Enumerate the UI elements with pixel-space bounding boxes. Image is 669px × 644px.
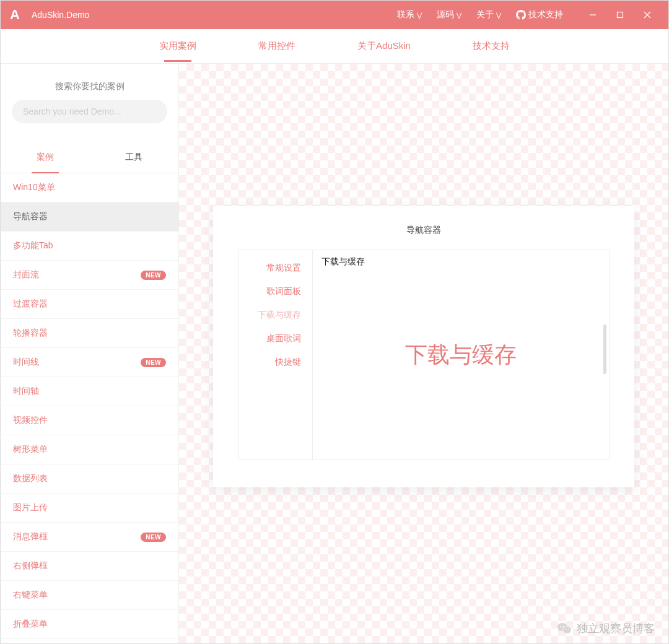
sidebar-tabs: 案例工具 [1, 142, 178, 173]
top-tab[interactable]: 技术支持 [473, 30, 510, 62]
sidebar-tab[interactable]: 案例 [1, 142, 90, 173]
minimize-button[interactable] [579, 1, 606, 29]
sidebar-item-label: Win10菜单 [13, 182, 55, 193]
sidebar-item[interactable]: 导航容器 [1, 202, 178, 232]
sidebar-item-label: 过渡容器 [13, 298, 48, 310]
sidebar-tab[interactable]: 工具 [90, 142, 179, 173]
sidebar-item-label: 轮播容器 [13, 328, 48, 339]
panel-nav-item[interactable]: 歌词面板 [238, 280, 312, 303]
panel-nav-item[interactable]: 下载与缓存 [238, 303, 312, 327]
sidebar-item[interactable]: 消息弹框NEW [1, 523, 178, 552]
support-label: 技术支持 [528, 9, 563, 20]
menu-label: 关于 [476, 9, 494, 20]
panel-body: 常规设置歌词面板下载与缓存桌面歌词快捷键 下载与缓存 下载与缓存 [238, 250, 610, 460]
chevron-down-icon: ⋁ [496, 12, 501, 19]
top-tabs: 实用案例常用控件关于AduSkin技术支持 [1, 29, 668, 64]
content-big-text: 下载与缓存 [405, 340, 517, 370]
github-icon [516, 10, 526, 20]
sidebar-item-label: 图片上传 [13, 502, 48, 513]
panel-nav-item[interactable]: 常规设置 [238, 256, 312, 280]
panel-nav-item[interactable]: 快捷键 [238, 350, 312, 374]
sidebar-item-label: 时间轴 [13, 386, 39, 397]
sidebar-item[interactable]: 右侧弹框 [1, 552, 178, 581]
sidebar-list[interactable]: Win10菜单导航容器多功能Tab封面流NEW过渡容器轮播容器时间线NEW时间轴… [1, 173, 178, 643]
sidebar-item-label: 右侧弹框 [13, 560, 48, 572]
panel-nav-item[interactable]: 桌面歌词 [238, 327, 312, 350]
close-button[interactable] [634, 1, 661, 29]
menu-about[interactable]: 关于 ⋁ [470, 9, 507, 20]
sidebar-item-label: 时间线 [13, 357, 39, 368]
chevron-down-icon: ⋁ [417, 12, 422, 19]
titlebar-menu: 联系 ⋁ 源码 ⋁ 关于 ⋁ 技术支持 [391, 9, 569, 20]
sidebar-item-label: 右键菜单 [13, 590, 48, 601]
sidebar-item[interactable]: 轮播容器 [1, 319, 178, 348]
menu-source[interactable]: 源码 ⋁ [431, 9, 468, 20]
panel-content: 下载与缓存 下载与缓存 [313, 250, 609, 459]
sidebar-item-label: 树形菜单 [13, 444, 48, 455]
sidebar-item[interactable]: 折叠菜单 [1, 610, 178, 639]
sidebar-item[interactable]: 图片上传 [1, 494, 178, 523]
sidebar-item[interactable]: 右键菜单 [1, 581, 178, 610]
sidebar-item[interactable]: 树形菜单 [1, 435, 178, 464]
sidebar-item[interactable]: 多功能Tab [1, 232, 178, 261]
app-logo-icon: A [1, 1, 29, 29]
sidebar-item-label: 封面流 [13, 269, 39, 281]
search-input[interactable] [12, 100, 167, 123]
content-heading: 下载与缓存 [321, 256, 365, 268]
svg-rect-1 [618, 12, 623, 18]
search-wrap [1, 100, 178, 128]
sidebar-item-label: 折叠菜单 [13, 619, 48, 630]
chevron-down-icon: ⋁ [457, 12, 461, 19]
app-window: A AduSkin.Demo 联系 ⋁ 源码 ⋁ 关于 ⋁ 技术支持 [0, 0, 669, 644]
top-tab[interactable]: 实用案例 [159, 30, 196, 62]
sidebar-item[interactable]: 视频控件 [1, 406, 178, 435]
demo-panel: 导航容器 常规设置歌词面板下载与缓存桌面歌词快捷键 下载与缓存 下载与缓存 [213, 206, 634, 487]
new-badge: NEW [141, 533, 166, 542]
maximize-button[interactable] [606, 1, 634, 29]
sidebar-item-label: 多功能Tab [13, 240, 53, 251]
sidebar-item-label: 消息弹框 [13, 531, 48, 542]
menu-support[interactable]: 技术支持 [510, 9, 569, 20]
sidebar-item[interactable]: 数据列表 [1, 464, 178, 494]
sidebar-item[interactable]: 时间轴 [1, 377, 178, 406]
panel-title: 导航容器 [213, 219, 634, 250]
new-badge: NEW [141, 358, 166, 367]
menu-label: 联系 [397, 9, 414, 20]
scrollbar-thumb[interactable] [603, 324, 606, 374]
sidebar-item-label: 视频控件 [13, 415, 48, 426]
main-area: 导航容器 常规设置歌词面板下载与缓存桌面歌词快捷键 下载与缓存 下载与缓存 [179, 64, 668, 643]
titlebar: A AduSkin.Demo 联系 ⋁ 源码 ⋁ 关于 ⋁ 技术支持 [1, 1, 668, 29]
sidebar-hint: 搜索你要找的案例 [1, 64, 178, 100]
sidebar-item-label: 导航容器 [13, 211, 48, 222]
new-badge: NEW [141, 271, 166, 280]
sidebar-item[interactable]: 封面流NEW [1, 261, 178, 290]
sidebar-item[interactable]: 过渡容器 [1, 290, 178, 319]
menu-contact[interactable]: 联系 ⋁ [391, 9, 428, 20]
sidebar-item[interactable]: Win10菜单 [1, 173, 178, 202]
app-title: AduSkin.Demo [32, 10, 89, 20]
body: 搜索你要找的案例 案例工具 Win10菜单导航容器多功能Tab封面流NEW过渡容… [1, 64, 668, 643]
sidebar-item[interactable]: 时间线NEW [1, 348, 178, 377]
menu-label: 源码 [437, 9, 454, 20]
sidebar: 搜索你要找的案例 案例工具 Win10菜单导航容器多功能Tab封面流NEW过渡容… [1, 64, 179, 643]
top-tab[interactable]: 关于AduSkin [357, 30, 411, 62]
window-controls [579, 1, 661, 29]
panel-nav-list: 常规设置歌词面板下载与缓存桌面歌词快捷键 [238, 250, 313, 459]
sidebar-item-label: 数据列表 [13, 473, 48, 484]
top-tab[interactable]: 常用控件 [258, 30, 295, 62]
